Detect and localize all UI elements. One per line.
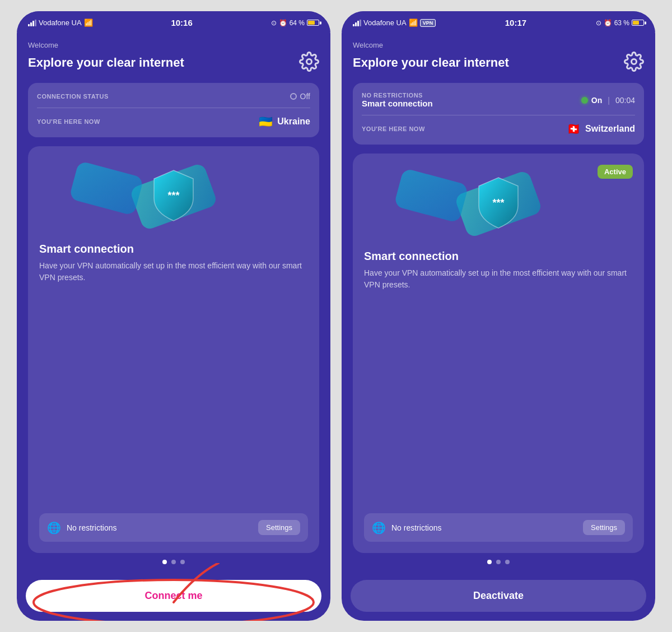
restrictions-text-left: No restrictions bbox=[67, 523, 116, 532]
flag-left: 🇺🇦 bbox=[259, 115, 273, 128]
restrictions-row-right: 🌐 No restrictions Settings bbox=[364, 513, 633, 542]
dot-1-left bbox=[162, 560, 167, 564]
dot-3-right bbox=[505, 560, 510, 564]
left-phone-screen: Vodafone UA 📶 10:16 ⊙ ⏰ 64 % Welcome Exp… bbox=[17, 11, 330, 621]
battery-icon-left bbox=[307, 20, 319, 26]
location-text-right: Switzerland bbox=[585, 124, 635, 134]
welcome-label-left: Welcome bbox=[28, 41, 319, 49]
settings-button-left[interactable] bbox=[299, 52, 319, 74]
dot-1-right bbox=[487, 560, 492, 564]
dots-row-left bbox=[28, 553, 319, 571]
signal-bars-right bbox=[353, 20, 361, 26]
status-dot-on-right bbox=[581, 97, 588, 104]
divider-right bbox=[362, 115, 635, 115]
card-title-left: Smart connection bbox=[39, 243, 308, 255]
carrier-right: Vodafone UA bbox=[363, 18, 407, 27]
alarm-icon-right: ⊙ bbox=[596, 19, 601, 27]
restrictions-row-left: 🌐 No restrictions Settings bbox=[39, 513, 308, 542]
app-content-right: Welcome Explore your clear internet NO R… bbox=[342, 32, 655, 580]
carrier-left: Vodafone UA bbox=[39, 18, 82, 27]
connection-label-left: CONNECTION STATUS bbox=[37, 93, 109, 100]
flag-right: 🇨🇭 bbox=[567, 122, 581, 136]
battery-text-left: 64 % bbox=[290, 19, 305, 27]
connection-label-right: NO RESTRICTIONS bbox=[362, 92, 433, 99]
status-card-top-right: NO RESTRICTIONS Smart connection On | 00… bbox=[362, 92, 635, 108]
main-card-left: *** Smart connection Have your VPN autom… bbox=[28, 146, 319, 553]
right-phone-screen: Vodafone UA 📶 VPN 10:17 ⊙ ⏰ 63 % Welcome… bbox=[342, 11, 655, 621]
svg-point-0 bbox=[307, 59, 312, 64]
bottom-btn-container-left: Connect me bbox=[17, 580, 330, 621]
status-indicator-left: Off bbox=[290, 92, 310, 101]
shield-svg-right: *** bbox=[473, 175, 524, 231]
battery-fill-left bbox=[308, 21, 315, 25]
gear-icon-right bbox=[624, 52, 644, 72]
connection-status-card-left: CONNECTION STATUS Off YOU'RE HERE NOW 🇺🇦… bbox=[28, 83, 319, 137]
main-card-right: *** Active Smart connection Have your VP… bbox=[353, 154, 644, 553]
location-text-left: Ukraine bbox=[277, 117, 310, 127]
divider-left bbox=[37, 108, 310, 108]
svg-text:***: *** bbox=[167, 190, 179, 201]
globe-icon-left: 🌐 bbox=[47, 521, 61, 535]
svg-text:***: *** bbox=[492, 197, 504, 208]
active-badge-right: Active bbox=[598, 165, 633, 179]
battery-text-right: 63 % bbox=[614, 19, 629, 27]
location-value-left: 🇺🇦 Ukraine bbox=[259, 115, 310, 128]
dot-2-right bbox=[496, 560, 501, 564]
app-content-left: Welcome Explore your clear internet CONN… bbox=[17, 32, 330, 580]
bg-shape2-right bbox=[394, 168, 469, 224]
location-row-left: YOU'RE HERE NOW 🇺🇦 Ukraine bbox=[37, 115, 310, 128]
status-card-top-left: CONNECTION STATUS Off bbox=[37, 92, 310, 101]
here-label-right: YOU'RE HERE NOW bbox=[362, 126, 425, 132]
shield-main-left: *** bbox=[148, 168, 199, 226]
connection-status-card-right: NO RESTRICTIONS Smart connection On | 00… bbox=[353, 83, 644, 145]
here-label-left: YOU'RE HERE NOW bbox=[37, 118, 100, 125]
restrictions-left-left: 🌐 No restrictions bbox=[47, 521, 116, 535]
bg-shape2-left bbox=[69, 161, 144, 216]
settings-btn-right[interactable]: Settings bbox=[583, 520, 625, 535]
status-bar-right: Vodafone UA 📶 VPN 10:17 ⊙ ⏰ 63 % bbox=[342, 11, 655, 32]
header-row-right: Explore your clear internet bbox=[353, 52, 644, 74]
card-title-right: Smart connection bbox=[364, 250, 633, 263]
deactivate-button-right[interactable]: Deactivate bbox=[351, 580, 646, 612]
dot-3-left bbox=[180, 560, 185, 564]
card-description-right: Have your VPN automatically set up in th… bbox=[364, 267, 633, 506]
status-text-left: Off bbox=[300, 92, 310, 101]
status-right-right: ⊙ ⏰ 63 % bbox=[596, 19, 644, 27]
status-bar-left: Vodafone UA 📶 10:16 ⊙ ⏰ 64 % bbox=[17, 11, 330, 32]
shield-svg-left: *** bbox=[148, 168, 199, 224]
restrictions-text-right: No restrictions bbox=[391, 523, 441, 532]
label-mode-right: NO RESTRICTIONS Smart connection bbox=[362, 92, 433, 108]
status-left-right: Vodafone UA 📶 VPN bbox=[353, 18, 436, 27]
location-row-right: YOU'RE HERE NOW 🇨🇭 Switzerland bbox=[362, 122, 635, 136]
battery-fill-right bbox=[633, 21, 639, 25]
location-value-right: 🇨🇭 Switzerland bbox=[567, 122, 635, 136]
time-right: 10:17 bbox=[505, 18, 526, 27]
app-title-right: Explore your clear internet bbox=[353, 55, 509, 70]
status-dot-off-left bbox=[290, 93, 297, 100]
header-row-left: Explore your clear internet bbox=[28, 52, 319, 74]
settings-btn-left[interactable]: Settings bbox=[258, 520, 300, 535]
connect-button-left[interactable]: Connect me bbox=[26, 580, 321, 612]
card-description-left: Have your VPN automatically set up in th… bbox=[39, 260, 308, 506]
signal-bars bbox=[28, 20, 36, 26]
battery-icon-right bbox=[632, 20, 644, 26]
dot-2-left bbox=[171, 560, 176, 564]
settings-button-right[interactable] bbox=[624, 52, 644, 74]
status-left: Vodafone UA 📶 bbox=[28, 18, 93, 27]
app-title-left: Explore your clear internet bbox=[28, 55, 184, 70]
shield-main-right: *** bbox=[473, 175, 524, 233]
gear-icon-left bbox=[299, 52, 319, 72]
dots-row-right bbox=[353, 553, 644, 571]
screens-container: Vodafone UA 📶 10:16 ⊙ ⏰ 64 % Welcome Exp… bbox=[0, 0, 672, 632]
shield-illustration-right: *** Active bbox=[364, 165, 633, 243]
clock-icon-right: ⏰ bbox=[604, 19, 612, 27]
status-right-left: ⊙ ⏰ 64 % bbox=[271, 19, 319, 27]
restrictions-left-right: 🌐 No restrictions bbox=[372, 521, 441, 535]
time-left: 10:16 bbox=[171, 18, 192, 27]
status-on-text-right: On bbox=[591, 96, 602, 105]
shield-illustration-left: *** bbox=[39, 157, 308, 236]
welcome-label-right: Welcome bbox=[353, 41, 644, 49]
timer-right: 00:04 bbox=[615, 96, 635, 105]
connection-mode-right: Smart connection bbox=[362, 99, 433, 108]
wifi-icon-right: 📶 bbox=[409, 18, 418, 27]
